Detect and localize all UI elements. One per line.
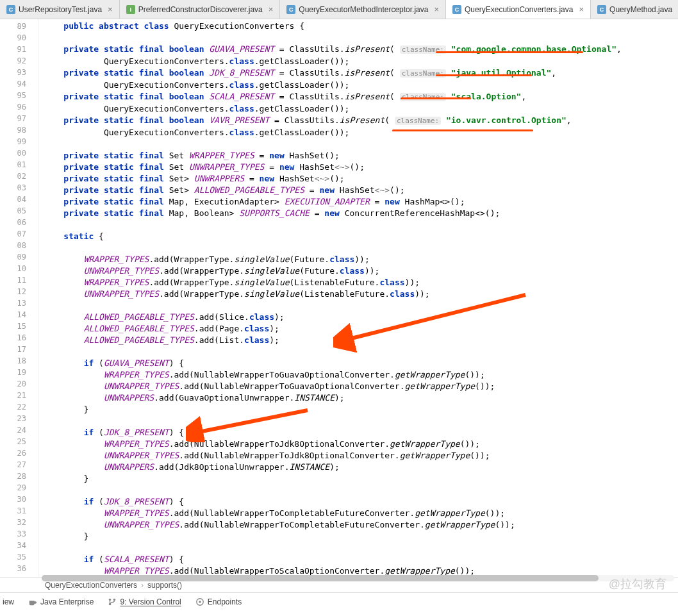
horizontal-scrollbar[interactable] [42,575,674,581]
chevron-right-icon: › [141,581,144,590]
tab-label: UserRepositoryTest.java [19,5,102,14]
line-number: 21 [0,390,26,401]
branch-icon [108,597,117,606]
close-icon[interactable]: × [579,4,584,14]
line-number: 26 [0,447,26,459]
line-number: 00 [0,147,26,159]
editor-tab[interactable]: CQueryExecutionConverters.java× [446,0,591,19]
line-gutter: 8990919293949596979899000102030405060708… [0,19,38,577]
line-number: 13 [0,297,26,309]
breadcrumb-method[interactable]: supports() [147,581,182,590]
status-endpoints[interactable]: Endpoints [195,597,242,606]
line-number: 22 [0,401,26,413]
file-icon: I [126,5,135,14]
line-number: 93 [0,67,26,78]
line-number: 08 [0,240,26,251]
editor-tab[interactable]: CQueryExecutorMethodInterceptor.java× [280,0,446,19]
line-number: 14 [0,309,26,320]
status-version-control[interactable]: 9: Version Control [108,597,181,606]
editor-tab[interactable]: CQueryMethod.java× [591,0,678,19]
line-number: 99 [0,136,26,147]
tab-label: QueryExecutionConverters.java [465,5,573,14]
line-number: 29 [0,482,26,494]
line-number: 16 [0,332,26,344]
line-number: 02 [0,171,26,182]
code-area[interactable]: public abstract class QueryExecutionConv… [38,19,678,577]
line-number: 10 [0,263,26,274]
line-number: 33 [0,528,26,540]
editor-tabs: CUserRepositoryTest.java×IPreferredConst… [0,0,678,19]
annotation-underline [401,97,471,99]
line-number: 18 [0,355,26,367]
close-icon[interactable]: × [108,4,113,14]
line-number: 04 [0,194,26,205]
line-number: 25 [0,436,26,447]
line-number: 96 [0,101,26,113]
line-number: 24 [0,424,26,436]
line-number: 06 [0,217,26,228]
line-number: 37 [0,574,26,577]
line-number: 23 [0,413,26,424]
svg-point-6 [113,598,116,601]
line-number: 03 [0,182,26,194]
breadcrumb-class[interactable]: QueryExecutionConverters [45,581,137,590]
line-number: 09 [0,251,26,263]
line-number: 95 [0,90,26,101]
scrollbar-thumb[interactable] [42,575,599,581]
close-icon[interactable]: × [269,4,274,14]
line-number: 01 [0,159,26,171]
status-bar: iew Java Enterprise 9: Version Control E… [0,592,678,610]
line-number: 35 [0,551,26,563]
line-number: 11 [0,274,26,286]
line-number: 94 [0,78,26,90]
line-number: 34 [0,540,26,551]
line-number: 28 [0,470,26,482]
line-number: 20 [0,378,26,390]
editor-tab[interactable]: CUserRepositoryTest.java× [0,0,120,19]
endpoint-icon [195,597,204,606]
line-number: 27 [0,459,26,470]
annotation-underline [392,129,533,131]
status-java-enterprise[interactable]: Java Enterprise [28,597,94,606]
tab-label: QueryMethod.java [609,5,672,14]
file-icon: C [597,5,606,14]
line-number: 19 [0,367,26,378]
file-icon: C [452,5,461,14]
line-number: 12 [0,286,26,297]
watermark: @拉勾教育 [609,576,666,592]
tab-label: PreferredConstructorDiscoverer.java [138,5,263,14]
svg-point-8 [199,601,201,603]
coffee-icon [28,597,37,606]
code-editor: 8990919293949596979899000102030405060708… [0,19,678,577]
line-number: 31 [0,505,26,517]
line-number: 07 [0,228,26,240]
status-view[interactable]: iew [3,597,14,606]
file-icon: C [6,5,15,14]
annotation-underline [436,51,583,53]
close-icon[interactable]: × [434,4,439,14]
line-number: 92 [0,55,26,67]
svg-point-4 [109,598,112,601]
tab-label: QueryExecutorMethodInterceptor.java [299,5,428,14]
line-number: 90 [0,32,26,44]
line-number: 97 [0,113,26,124]
line-number: 32 [0,517,26,528]
line-number: 05 [0,205,26,217]
line-number: 91 [0,44,26,55]
line-number: 30 [0,494,26,505]
line-number: 98 [0,124,26,136]
line-number: 89 [0,21,26,32]
line-number: 15 [0,320,26,332]
file-icon: C [286,5,295,14]
line-number: 36 [0,563,26,574]
annotation-underline [436,74,532,76]
editor-tab[interactable]: IPreferredConstructorDiscoverer.java× [120,0,281,19]
line-number: 17 [0,344,26,355]
